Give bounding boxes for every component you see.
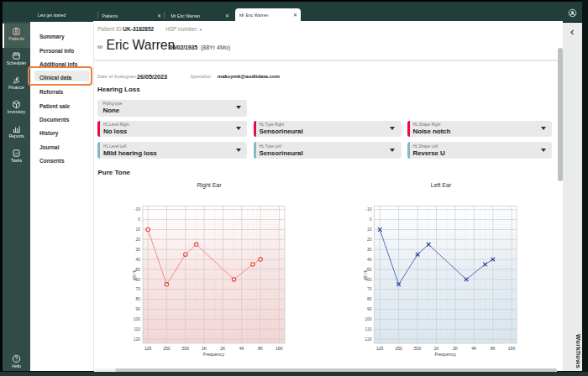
svg-text:100: 100	[134, 317, 140, 321]
svg-text:10: 10	[136, 227, 141, 232]
svg-text:125: 125	[144, 346, 152, 351]
svg-text:Frequency: Frequency	[203, 352, 225, 357]
svg-text:250: 250	[395, 346, 402, 351]
svg-text:4K: 4K	[239, 346, 245, 351]
svg-text:1K: 1K	[202, 346, 207, 351]
svg-text:Left Ear: Left Ear	[431, 182, 452, 188]
svg-text:250: 250	[163, 346, 171, 351]
svg-text:40: 40	[136, 258, 141, 262]
svg-text:120: 120	[365, 337, 371, 342]
svg-text:120: 120	[134, 337, 140, 342]
svg-text:30: 30	[136, 248, 141, 252]
svg-text:70: 70	[367, 287, 372, 291]
svg-text:0: 0	[138, 217, 140, 222]
svg-text:16K: 16K	[508, 346, 517, 351]
svg-text:80: 80	[136, 297, 141, 301]
svg-text:1K: 1K	[433, 346, 439, 351]
svg-text:16K: 16K	[276, 346, 284, 351]
svg-text:-10: -10	[134, 207, 140, 212]
svg-text:Frequency: Frequency	[434, 352, 456, 357]
svg-text:125: 125	[376, 346, 384, 351]
svg-text:0: 0	[370, 217, 372, 222]
svg-text:8K: 8K	[258, 346, 264, 351]
svg-text:90: 90	[367, 307, 372, 311]
svg-text:2K: 2K	[220, 346, 226, 351]
svg-text:500: 500	[414, 346, 422, 351]
svg-text:2K: 2K	[453, 346, 459, 351]
svg-text:80: 80	[367, 297, 372, 301]
svg-text:70: 70	[136, 287, 141, 291]
svg-text:20: 20	[136, 238, 141, 242]
svg-text:Right Ear: Right Ear	[197, 182, 222, 189]
svg-text:500: 500	[182, 346, 190, 351]
svg-text:30: 30	[367, 248, 372, 252]
svg-text:8K: 8K	[491, 346, 496, 351]
svg-text:20: 20	[367, 238, 372, 242]
svg-text:40: 40	[367, 258, 372, 262]
svg-text:100: 100	[365, 317, 371, 321]
svg-text:110: 110	[365, 327, 372, 332]
svg-text:4K: 4K	[471, 346, 477, 351]
svg-text:90: 90	[136, 307, 141, 311]
svg-text:-10: -10	[365, 207, 371, 212]
svg-text:dB HL: dB HL	[132, 269, 137, 280]
svg-text:110: 110	[134, 327, 140, 332]
svg-text:10: 10	[367, 227, 372, 232]
svg-text:dB HL: dB HL	[363, 269, 368, 280]
